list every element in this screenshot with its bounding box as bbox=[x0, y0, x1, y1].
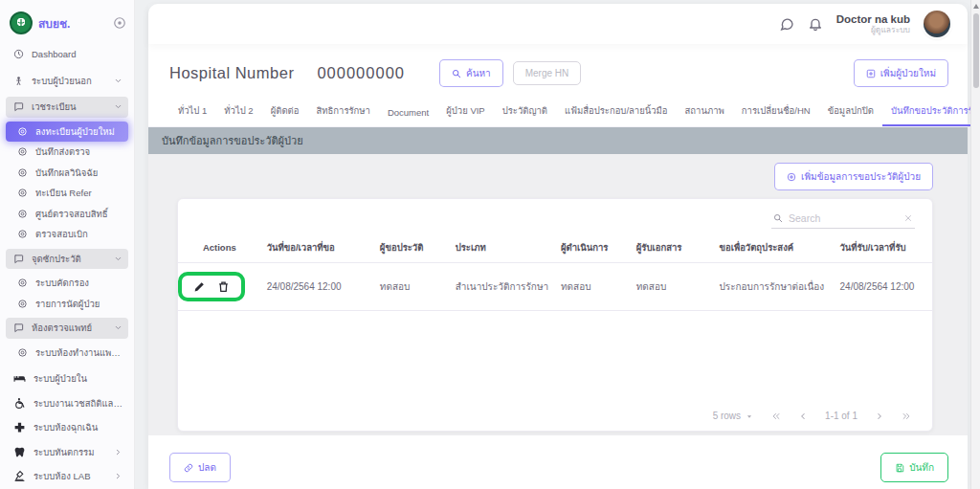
radio-icon bbox=[17, 167, 28, 178]
chevron-down-icon bbox=[114, 323, 122, 332]
radio-icon bbox=[17, 278, 28, 288]
brand-name: สบยช. bbox=[38, 14, 107, 33]
sidebar-item-refer-registry[interactable]: ทะเบียน Refer bbox=[6, 183, 128, 204]
merge-hn-button[interactable]: Merge HN bbox=[513, 61, 582, 85]
sidebar-item-emergency-room[interactable]: ระบบห้องฉุกเฉิน bbox=[6, 417, 128, 438]
sidebar-group-medical-records[interactable]: เวชระเบียน bbox=[6, 97, 128, 118]
tab-document[interactable]: Document bbox=[379, 100, 437, 126]
sidebar-menu: Dashboard ระบบผู้ป่วยนอก เวชระเบียน ลงทะ… bbox=[6, 44, 128, 487]
sidebar-item-inpatient-system[interactable]: ระบบผู้ป่วยใน bbox=[6, 368, 128, 389]
cell-type: สำเนาประวัติการรักษา bbox=[450, 263, 555, 311]
clear-search-icon[interactable] bbox=[903, 213, 913, 223]
sidebar-group-doctor-exam-room[interactable]: ห้องตรวจแพทย์ bbox=[6, 318, 128, 339]
sidebar-pin-toggle-icon[interactable] bbox=[113, 16, 126, 30]
cell-receiver: ทดสอบ bbox=[631, 263, 714, 311]
table-search-input[interactable] bbox=[789, 212, 898, 224]
notifications-bell-icon[interactable] bbox=[808, 16, 823, 32]
sidebar-group-history-point[interactable]: จุดซักประวัติ bbox=[6, 249, 128, 270]
sidebar-item-register-new-patient[interactable]: ลงทะเบียนผู้ป่วยใหม่ bbox=[6, 122, 128, 143]
cell-request-datetime: 24/08/2564 12:00 bbox=[261, 263, 374, 311]
sidebar-item-exam-record[interactable]: บันทึกส่งตรวจ bbox=[6, 142, 128, 163]
cell-receive-datetime: 24/08/2564 12:00 bbox=[835, 263, 932, 311]
tooth-icon bbox=[13, 446, 26, 458]
vertical-scrollbar[interactable] bbox=[970, 0, 980, 489]
sidebar-item-lab-room[interactable]: ระบบห้อง LAB bbox=[6, 466, 128, 487]
tab-family-history[interactable]: ประวัติญาติ bbox=[494, 97, 556, 126]
sidebar-item-dental-system[interactable]: ระบบทันตกรรม bbox=[6, 442, 128, 463]
next-page-icon[interactable] bbox=[875, 411, 884, 421]
link-icon bbox=[184, 463, 193, 473]
search-icon bbox=[452, 69, 461, 78]
patient-tabs: ทั่วไป 1 ทั่วไป 2 ผู้ติดต่อ สิทธิการรักษ… bbox=[148, 95, 968, 127]
radio-icon bbox=[17, 188, 28, 198]
tab-marital-status[interactable]: สถานภาพ bbox=[677, 97, 733, 126]
cell-requester: ทดสอบ bbox=[374, 263, 450, 311]
col-receiver: ผู้รับเอกสาร bbox=[631, 233, 714, 263]
delete-trash-icon[interactable] bbox=[217, 280, 230, 293]
chat-icon bbox=[13, 101, 24, 112]
add-history-request-button[interactable]: เพิ่มข้อมูลการขอประวัติผู้ป่วย bbox=[774, 163, 933, 190]
sidebar-item-appointment-list[interactable]: รายการนัดผู้ป่วย bbox=[6, 294, 128, 315]
chevron-right-icon bbox=[114, 472, 122, 480]
sidebar-header: สบยช. bbox=[6, 6, 128, 44]
patient-title-row: Hospital Number 000000000 ค้นหา Merge HN… bbox=[148, 44, 968, 95]
user-avatar[interactable] bbox=[924, 11, 950, 37]
app-frame: สบยช. Dashboard ระบบผู้ป่วยนอก เวชระเบีย… bbox=[0, 0, 980, 489]
rows-per-page-select[interactable]: 5 rows bbox=[713, 411, 754, 421]
tab-general-1[interactable]: ทั่วไป 1 bbox=[169, 97, 215, 126]
table-header-row: Actions วันที่ขอ/เวลาที่ขอ ผู้ขอประวัติ … bbox=[178, 233, 932, 263]
tab-treatment-rights[interactable]: สิทธิการรักษา bbox=[307, 97, 379, 126]
app-logo-icon bbox=[10, 11, 33, 34]
scroll-up-arrow-icon[interactable] bbox=[973, 4, 979, 9]
edit-pencil-icon[interactable] bbox=[193, 280, 206, 293]
chevron-right-icon bbox=[114, 448, 122, 456]
sidebar-item-rights-check-center[interactable]: ศูนย์ตรวจสอบสิทธิ์ bbox=[6, 204, 128, 225]
footer-actions: ปลด บันทึก bbox=[148, 435, 968, 482]
scrollbar-thumb[interactable] bbox=[973, 13, 979, 88]
radio-icon bbox=[17, 209, 28, 219]
tab-hidden-data[interactable]: ข้อมูลปกปิด bbox=[819, 97, 882, 126]
sidebar-item-screening-system[interactable]: ระบบคัดกรอง bbox=[6, 273, 128, 294]
radio-icon bbox=[17, 229, 28, 239]
sidebar-item-outpatient-system[interactable]: ระบบผู้ป่วยนอก bbox=[6, 71, 128, 92]
save-button[interactable]: บันทึก bbox=[880, 453, 948, 482]
add-patient-button[interactable]: เพิ่มผู้ป่วยใหม่ bbox=[854, 59, 948, 87]
tab-vip-patient[interactable]: ผู้ป่วย VIP bbox=[437, 97, 493, 126]
sidebar-item-dashboard[interactable]: Dashboard bbox=[6, 44, 128, 65]
radio-icon bbox=[17, 299, 28, 309]
chat-icon bbox=[13, 254, 24, 264]
sidebar-item-doctor-workroom[interactable]: ระบบห้องทำงานแพทย์ bbox=[6, 343, 128, 364]
col-request-datetime: วันที่ขอ/เวลาที่ขอ bbox=[261, 233, 374, 263]
plus-circle-icon bbox=[787, 172, 796, 182]
sidebar-item-medical-statistics[interactable]: ระบบงานเวชสถิติและ... bbox=[6, 393, 128, 414]
chat-icon bbox=[13, 322, 24, 333]
first-page-icon[interactable] bbox=[771, 411, 781, 421]
hospital-number-value: 000000000 bbox=[317, 64, 405, 82]
table-row: 24/08/2564 12:00 ทดสอบ สำเนาประวัติการรั… bbox=[178, 263, 932, 311]
col-operator: ผู้ดำเนินการ bbox=[555, 233, 631, 263]
radio-icon bbox=[17, 146, 28, 157]
sidebar-item-claim-check[interactable]: ตรวจสอบเบิก bbox=[6, 224, 128, 245]
tab-media-fingerprint[interactable]: แฟ้มสื่อประกอบ/ลายนิ้วมือ bbox=[556, 97, 677, 126]
history-request-section: บันทึกข้อมูลการขอประวัติผู้ป่วย เพิ่มข้อ… bbox=[148, 127, 968, 435]
section-title-bar: บันทึกข้อมูลการขอประวัติผู้ป่วย bbox=[148, 127, 968, 154]
table-search-field bbox=[771, 211, 915, 229]
last-page-icon[interactable] bbox=[902, 411, 911, 421]
sidebar-item-diagnosis-record[interactable]: บันทึกผลวินิจฉัย bbox=[6, 163, 128, 184]
tab-general-2[interactable]: ทั่วไป 2 bbox=[215, 97, 261, 126]
prev-page-icon[interactable] bbox=[798, 411, 808, 421]
microscope-icon bbox=[13, 470, 26, 482]
tab-name-hn-change[interactable]: การเปลี่ยนชื่อ/HN bbox=[733, 97, 819, 126]
tab-contacts[interactable]: ผู้ติดต่อ bbox=[262, 97, 308, 126]
messages-icon[interactable] bbox=[779, 16, 794, 32]
radio-icon bbox=[17, 347, 28, 358]
unlink-button[interactable]: ปลด bbox=[169, 453, 231, 482]
bed-icon bbox=[13, 372, 26, 385]
search-hn-button[interactable]: ค้นหา bbox=[439, 59, 503, 87]
medical-cross-icon bbox=[13, 421, 26, 433]
user-menu[interactable]: Doctor na kub ผู้ดูแลระบบ bbox=[836, 13, 910, 35]
col-actions: Actions bbox=[178, 233, 261, 263]
cell-operator: ทดสอบ bbox=[555, 263, 631, 311]
wheelchair-icon bbox=[13, 397, 26, 410]
tab-history-request-record[interactable]: บันทึกขอประวัติการรักษา bbox=[882, 97, 980, 126]
